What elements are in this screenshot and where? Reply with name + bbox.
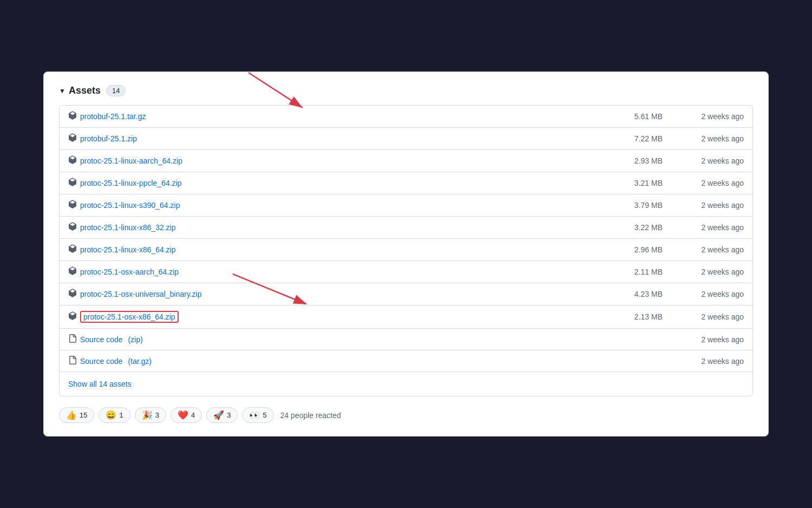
- asset-date: 2 weeks ago: [663, 357, 744, 366]
- package-icon: [68, 244, 77, 255]
- asset-size: 3.79 MB: [598, 201, 663, 210]
- asset-row[interactable]: protobuf-25.1.zip 7.22 MB 2 weeks ago: [60, 128, 752, 150]
- assets-table-wrapper: protobuf-25.1.tar.gz 5.61 MB 2 weeks ago…: [59, 105, 753, 396]
- source-code-icon: [68, 356, 77, 366]
- rocket-emoji: 🚀: [213, 410, 224, 420]
- asset-date: 2 weeks ago: [663, 335, 744, 344]
- reaction-thumbsup[interactable]: 👍 15: [59, 407, 94, 423]
- highlighted-asset-row[interactable]: protoc-25.1-osx-x86_64.zip 2.13 MB 2 wee…: [60, 305, 752, 329]
- asset-row[interactable]: protoc-25.1-linux-aarch_64.zip 2.93 MB 2…: [60, 150, 752, 172]
- asset-name-col: protoc-25.1-osx-universal_binary.zip: [68, 289, 598, 299]
- thumbsup-emoji: 👍: [66, 410, 77, 420]
- reaction-eyes[interactable]: 👀 5: [242, 407, 273, 423]
- assets-count-badge: 14: [106, 85, 126, 96]
- package-icon: [68, 311, 77, 322]
- asset-link[interactable]: protoc-25.1-linux-x86_64.zip: [80, 245, 176, 254]
- asset-link[interactable]: protoc-25.1-osx-universal_binary.zip: [80, 290, 202, 298]
- rocket-count: 3: [227, 411, 231, 419]
- package-icon: [68, 155, 77, 166]
- asset-row[interactable]: protoc-25.1-osx-universal_binary.zip 4.2…: [60, 283, 752, 305]
- asset-name-col: protobuf-25.1.tar.gz: [68, 111, 598, 122]
- asset-size: 3.22 MB: [598, 223, 663, 232]
- asset-link[interactable]: protoc-25.1-linux-ppcle_64.zip: [80, 179, 182, 187]
- asset-row[interactable]: protobuf-25.1.tar.gz 5.61 MB 2 weeks ago: [60, 106, 752, 128]
- asset-size: 5.61 MB: [598, 112, 663, 121]
- asset-date: 2 weeks ago: [663, 268, 744, 276]
- asset-link[interactable]: protobuf-25.1.tar.gz: [80, 112, 146, 121]
- package-icon: [68, 200, 77, 211]
- reaction-tada[interactable]: 🎉 3: [135, 407, 166, 423]
- highlighted-asset-link[interactable]: protoc-25.1-osx-x86_64.zip: [80, 311, 179, 323]
- release-assets-card: ▼ Assets 14 protobuf-25.1.tar.gz: [43, 71, 769, 437]
- thumbsup-count: 15: [80, 411, 87, 419]
- package-icon: [68, 289, 77, 299]
- asset-date: 2 weeks ago: [663, 201, 744, 210]
- asset-name-col: protoc-25.1-linux-x86_32.zip: [68, 222, 598, 233]
- asset-date: 2 weeks ago: [663, 157, 744, 165]
- asset-name-col: protoc-25.1-linux-ppcle_64.zip: [68, 178, 598, 188]
- asset-size: 2.13 MB: [598, 312, 663, 321]
- heart-emoji: ❤️: [178, 410, 188, 420]
- eyes-emoji: 👀: [249, 410, 260, 420]
- asset-size: 7.22 MB: [598, 134, 663, 143]
- asset-name-col: protoc-25.1-linux-aarch_64.zip: [68, 155, 598, 166]
- reaction-rocket[interactable]: 🚀 3: [206, 407, 238, 423]
- asset-link[interactable]: protobuf-25.1.zip: [80, 134, 137, 143]
- asset-date: 2 weeks ago: [663, 223, 744, 232]
- asset-row[interactable]: protoc-25.1-linux-ppcle_64.zip 3.21 MB 2…: [60, 172, 752, 194]
- asset-date: 2 weeks ago: [663, 179, 744, 187]
- asset-row[interactable]: protoc-25.1-linux-x86_32.zip 3.22 MB 2 w…: [60, 217, 752, 239]
- source-code-zip-link[interactable]: Source code: [80, 335, 123, 344]
- assets-title: ▼ Assets: [59, 85, 101, 96]
- source-code-targz-link[interactable]: Source code: [80, 357, 123, 366]
- asset-name-col: protobuf-25.1.zip: [68, 133, 598, 144]
- asset-size: 2.11 MB: [598, 268, 663, 276]
- package-icon: [68, 111, 77, 122]
- assets-header: ▼ Assets 14: [59, 85, 753, 96]
- heart-count: 4: [191, 411, 195, 419]
- asset-date: 2 weeks ago: [663, 290, 744, 298]
- asset-row[interactable]: protoc-25.1-osx-aarch_64.zip 2.11 MB 2 w…: [60, 261, 752, 283]
- reaction-smile[interactable]: 😄 1: [99, 407, 130, 423]
- source-code-zip-row[interactable]: Source code (zip) 2 weeks ago: [60, 329, 752, 350]
- reaction-heart[interactable]: ❤️ 4: [171, 407, 202, 423]
- reactions-summary: 24 people reacted: [280, 411, 341, 420]
- asset-row[interactable]: protoc-25.1-linux-x86_64.zip 2.96 MB 2 w…: [60, 239, 752, 261]
- package-icon: [68, 222, 77, 233]
- tada-count: 3: [155, 411, 159, 419]
- asset-link[interactable]: protoc-25.1-linux-aarch_64.zip: [80, 157, 182, 165]
- smile-count: 1: [119, 411, 123, 419]
- source-code-zip-suffix: (zip): [128, 335, 143, 344]
- source-code-targz-suffix: (tar.gz): [128, 357, 152, 366]
- eyes-count: 5: [263, 411, 266, 419]
- asset-link[interactable]: protoc-25.1-linux-x86_32.zip: [80, 223, 176, 232]
- show-all-row: Show all 14 assets: [60, 372, 752, 396]
- package-icon: [68, 133, 77, 144]
- asset-date: 2 weeks ago: [663, 245, 744, 254]
- show-all-assets-link[interactable]: Show all 14 assets: [68, 380, 132, 388]
- asset-size: 3.21 MB: [598, 179, 663, 187]
- asset-row[interactable]: protoc-25.1-linux-s390_64.zip 3.79 MB 2 …: [60, 194, 752, 217]
- tada-emoji: 🎉: [142, 410, 153, 420]
- asset-size: 2.93 MB: [598, 157, 663, 165]
- source-code-targz-row[interactable]: Source code (tar.gz) 2 weeks ago: [60, 350, 752, 372]
- asset-name-col: protoc-25.1-osx-x86_64.zip: [68, 311, 598, 323]
- smile-emoji: 😄: [106, 410, 116, 420]
- assets-table: protobuf-25.1.tar.gz 5.61 MB 2 weeks ago…: [59, 105, 753, 396]
- triangle-icon: ▼: [59, 87, 66, 95]
- package-icon: [68, 178, 77, 188]
- reactions-row: 👍 15 😄 1 🎉 3 ❤️ 4 🚀 3 👀 5 24 people reac…: [59, 407, 753, 423]
- asset-date: 2 weeks ago: [663, 134, 744, 143]
- asset-link[interactable]: protoc-25.1-linux-s390_64.zip: [80, 201, 180, 210]
- asset-name-col: protoc-25.1-osx-aarch_64.zip: [68, 266, 598, 277]
- assets-title-text: Assets: [69, 85, 101, 96]
- asset-date: 2 weeks ago: [663, 112, 744, 121]
- source-code-icon: [68, 334, 77, 344]
- asset-link[interactable]: protoc-25.1-osx-aarch_64.zip: [80, 268, 179, 276]
- asset-name-col: Source code (zip): [68, 334, 598, 344]
- asset-size: 4.23 MB: [598, 290, 663, 298]
- asset-date: 2 weeks ago: [663, 312, 744, 321]
- package-icon: [68, 266, 77, 277]
- asset-size: 2.96 MB: [598, 245, 663, 254]
- asset-name-col: protoc-25.1-linux-s390_64.zip: [68, 200, 598, 211]
